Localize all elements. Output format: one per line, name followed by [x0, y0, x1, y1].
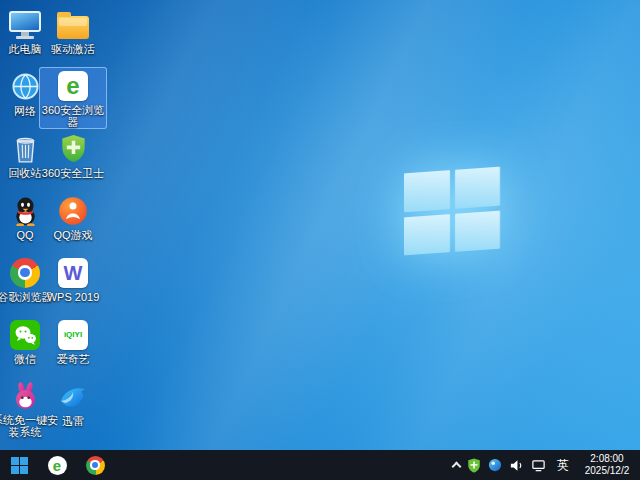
desktop-icon-iqiyi[interactable]: iQIYI 爱奇艺: [39, 315, 107, 377]
shield-icon: [60, 132, 87, 165]
desktop-icon-label: 360安全浏览器: [39, 104, 107, 129]
desktop-icon-label: 迅雷: [39, 415, 107, 428]
desktop-icon-wps[interactable]: W WPS 2019: [39, 253, 107, 315]
tray-360-guard-icon[interactable]: [467, 458, 481, 473]
windows-logo-pane: [404, 170, 450, 212]
desktop-icon-360-guard[interactable]: 360安全卫士: [39, 129, 107, 191]
360-browser-icon: e: [58, 70, 88, 102]
clock-time: 2:08:00: [580, 453, 634, 466]
taskbar-clock[interactable]: 2:08:00 2025/12/2: [580, 453, 634, 478]
windows-logo-pane: [455, 210, 501, 252]
windows-logo: [404, 167, 500, 256]
desktop-icon-xunlei[interactable]: 迅雷: [39, 377, 107, 439]
desktop-icon-label: WPS 2019: [39, 291, 107, 304]
chevron-up-icon: [452, 462, 462, 472]
start-button[interactable]: [0, 450, 38, 480]
rabbit-mascot-icon: [12, 380, 39, 412]
iqiyi-icon: iQIYI: [58, 318, 88, 351]
clock-date: 2025/12/2: [580, 465, 634, 478]
desktop-icon-column-2: 驱动激活 e 360安全浏览器 360安全卫士: [39, 5, 107, 439]
desktop-icon-360-browser[interactable]: e 360安全浏览器: [39, 67, 107, 129]
windows-logo-pane: [404, 214, 450, 256]
this-pc-icon: [9, 8, 41, 41]
chrome-icon: [10, 256, 40, 289]
wechat-icon: [10, 318, 40, 351]
xunlei-bird-icon: [58, 380, 88, 413]
360-e-glyph: e: [66, 74, 79, 98]
desktop-icon-driver-activate[interactable]: 驱动激活: [39, 5, 107, 67]
tray-expand-button[interactable]: [453, 460, 460, 470]
taskbar: e: [0, 450, 640, 480]
360-browser-icon: e: [48, 456, 67, 475]
iqiyi-wordmark: iQIYI: [64, 331, 82, 339]
taskbar-chrome-button[interactable]: [76, 450, 114, 480]
network-icon[interactable]: [531, 458, 546, 473]
qq-games-icon: [58, 194, 88, 227]
desktop-icon-label: 360安全卫士: [39, 167, 107, 180]
desktop-icon-label: 爱奇艺: [39, 353, 107, 366]
windows-logo-pane: [455, 167, 501, 209]
desktop-icon-label: 驱动激活: [39, 43, 107, 56]
wps-icon: W: [58, 256, 88, 289]
recycle-bin-icon: [12, 132, 39, 165]
wps-w-glyph: W: [64, 263, 83, 283]
qq-penguin-icon: [12, 194, 39, 227]
input-language-indicator[interactable]: 英: [553, 457, 573, 474]
network-icon: [11, 70, 40, 103]
desktop-screen: 此电脑 网络 回收站: [0, 0, 640, 480]
folder-icon: [57, 8, 89, 41]
system-tray: 英 2:08:00 2025/12/2: [453, 450, 640, 480]
speaker-icon[interactable]: [509, 458, 524, 473]
tray-app-icon[interactable]: [488, 458, 502, 472]
desktop-icon-label: QQ游戏: [39, 229, 107, 242]
chrome-icon: [86, 456, 105, 475]
desktop-icon-qq-games[interactable]: QQ游戏: [39, 191, 107, 253]
taskbar-360-browser-button[interactable]: e: [38, 450, 76, 480]
windows-start-icon: [11, 457, 28, 474]
